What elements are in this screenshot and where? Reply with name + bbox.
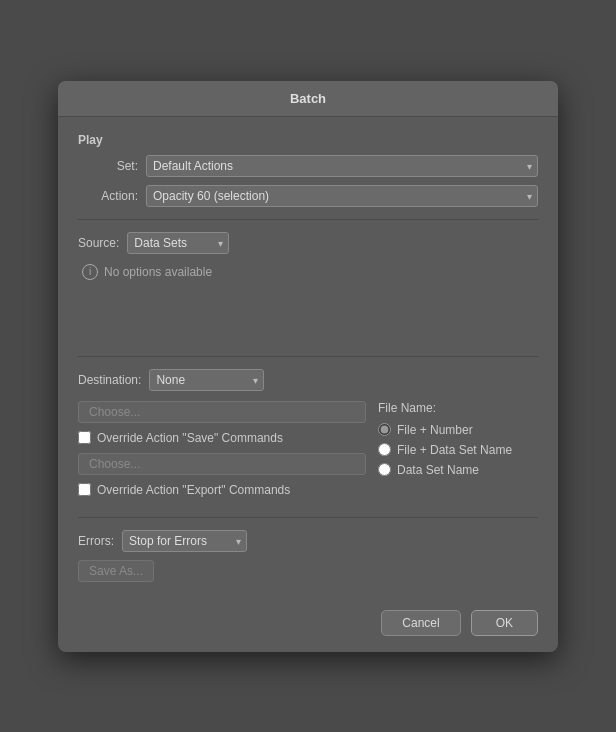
radio-file-dataset-row: File + Data Set Name <box>378 443 538 457</box>
dialog-footer: Cancel OK <box>58 598 558 652</box>
dialog-body: Play Set: Default Actions ▾ Action: Opac… <box>58 117 558 598</box>
source-row: Source: Data Sets Folder Import Opened F… <box>78 232 538 254</box>
cancel-button[interactable]: Cancel <box>381 610 460 636</box>
choose-button-1[interactable]: Choose... <box>78 401 366 423</box>
action-row: Action: Opacity 60 (selection) ▾ <box>78 185 538 207</box>
destination-select[interactable]: None Save and Close Folder <box>149 369 264 391</box>
errors-row: Errors: Stop for Errors Log Errors To Fi… <box>78 530 538 552</box>
action-select-wrapper: Opacity 60 (selection) ▾ <box>146 185 538 207</box>
action-select[interactable]: Opacity 60 (selection) <box>146 185 538 207</box>
destination-select-wrapper: None Save and Close Folder ▾ <box>149 369 264 391</box>
source-select-wrapper: Data Sets Folder Import Opened Files ▾ <box>127 232 229 254</box>
info-icon: i <box>82 264 98 280</box>
radio-dataset[interactable] <box>378 463 391 476</box>
batch-dialog: Batch Play Set: Default Actions ▾ Action… <box>58 81 558 652</box>
radio-file-number-row: File + Number <box>378 423 538 437</box>
ok-button[interactable]: OK <box>471 610 538 636</box>
override-save-checkbox[interactable] <box>78 431 91 444</box>
errors-select-wrapper: Stop for Errors Log Errors To File ▾ <box>122 530 247 552</box>
radio-dataset-row: Data Set Name <box>378 463 538 477</box>
override-save-row: Override Action "Save" Commands <box>78 431 366 445</box>
set-label: Set: <box>78 159 138 173</box>
divider-1 <box>78 219 538 220</box>
override-export-row: Override Action "Export" Commands <box>78 483 366 497</box>
no-options-text: No options available <box>104 265 212 279</box>
columns-row: Choose... Override Action "Save" Command… <box>78 401 538 505</box>
errors-label: Errors: <box>78 534 114 548</box>
action-label: Action: <box>78 189 138 203</box>
choose-button-2[interactable]: Choose... <box>78 453 366 475</box>
left-column: Choose... Override Action "Save" Command… <box>78 401 366 505</box>
source-label: Source: <box>78 236 119 250</box>
source-select[interactable]: Data Sets Folder Import Opened Files <box>127 232 229 254</box>
radio-file-number-label: File + Number <box>397 423 473 437</box>
divider-2 <box>78 356 538 357</box>
right-column: File Name: File + Number File + Data Set… <box>378 401 538 505</box>
play-section-label: Play <box>78 133 538 147</box>
radio-file-dataset-label: File + Data Set Name <box>397 443 512 457</box>
set-select[interactable]: Default Actions <box>146 155 538 177</box>
set-select-wrapper: Default Actions ▾ <box>146 155 538 177</box>
radio-dataset-label: Data Set Name <box>397 463 479 477</box>
save-as-row: Save As... <box>78 560 538 582</box>
errors-select[interactable]: Stop for Errors Log Errors To File <box>122 530 247 552</box>
radio-file-number[interactable] <box>378 423 391 436</box>
divider-3 <box>78 517 538 518</box>
destination-label: Destination: <box>78 373 141 387</box>
override-export-label: Override Action "Export" Commands <box>97 483 290 497</box>
source-content-area: i No options available <box>78 264 538 344</box>
override-export-checkbox[interactable] <box>78 483 91 496</box>
destination-row: Destination: None Save and Close Folder … <box>78 369 538 391</box>
file-name-label: File Name: <box>378 401 538 415</box>
radio-file-dataset[interactable] <box>378 443 391 456</box>
override-save-label: Override Action "Save" Commands <box>97 431 283 445</box>
no-options-row: i No options available <box>82 264 538 280</box>
save-as-button[interactable]: Save As... <box>78 560 154 582</box>
dialog-title: Batch <box>58 81 558 117</box>
set-row: Set: Default Actions ▾ <box>78 155 538 177</box>
